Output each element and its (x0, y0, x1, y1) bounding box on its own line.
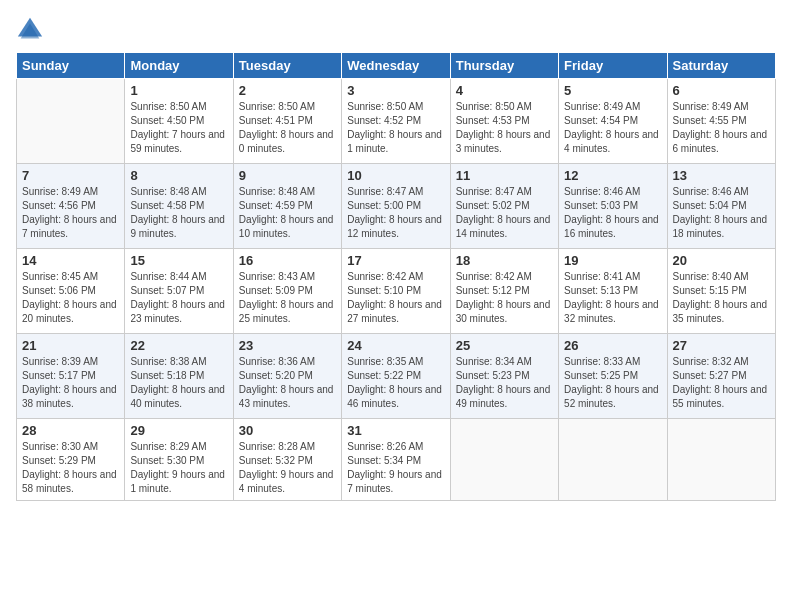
day-number: 14 (22, 253, 119, 268)
day-detail: Sunrise: 8:35 AMSunset: 5:22 PMDaylight:… (347, 355, 444, 411)
day-detail: Sunrise: 8:42 AMSunset: 5:12 PMDaylight:… (456, 270, 553, 326)
calendar-cell: 30Sunrise: 8:28 AMSunset: 5:32 PMDayligh… (233, 419, 341, 501)
day-number: 21 (22, 338, 119, 353)
day-number: 22 (130, 338, 227, 353)
calendar-header-thursday: Thursday (450, 53, 558, 79)
calendar-cell: 4Sunrise: 8:50 AMSunset: 4:53 PMDaylight… (450, 79, 558, 164)
calendar-table: SundayMondayTuesdayWednesdayThursdayFrid… (16, 52, 776, 501)
calendar-cell: 9Sunrise: 8:48 AMSunset: 4:59 PMDaylight… (233, 164, 341, 249)
day-detail: Sunrise: 8:48 AMSunset: 4:58 PMDaylight:… (130, 185, 227, 241)
calendar-cell: 1Sunrise: 8:50 AMSunset: 4:50 PMDaylight… (125, 79, 233, 164)
day-detail: Sunrise: 8:33 AMSunset: 5:25 PMDaylight:… (564, 355, 661, 411)
day-number: 28 (22, 423, 119, 438)
calendar-header-monday: Monday (125, 53, 233, 79)
day-number: 19 (564, 253, 661, 268)
day-number: 20 (673, 253, 770, 268)
calendar-cell: 14Sunrise: 8:45 AMSunset: 5:06 PMDayligh… (17, 249, 125, 334)
day-detail: Sunrise: 8:49 AMSunset: 4:54 PMDaylight:… (564, 100, 661, 156)
calendar-header-friday: Friday (559, 53, 667, 79)
calendar-header-wednesday: Wednesday (342, 53, 450, 79)
day-detail: Sunrise: 8:26 AMSunset: 5:34 PMDaylight:… (347, 440, 444, 496)
calendar-cell: 20Sunrise: 8:40 AMSunset: 5:15 PMDayligh… (667, 249, 775, 334)
calendar-cell (17, 79, 125, 164)
day-detail: Sunrise: 8:47 AMSunset: 5:02 PMDaylight:… (456, 185, 553, 241)
calendar-header-sunday: Sunday (17, 53, 125, 79)
calendar-cell: 15Sunrise: 8:44 AMSunset: 5:07 PMDayligh… (125, 249, 233, 334)
day-number: 29 (130, 423, 227, 438)
calendar-cell: 3Sunrise: 8:50 AMSunset: 4:52 PMDaylight… (342, 79, 450, 164)
day-detail: Sunrise: 8:47 AMSunset: 5:00 PMDaylight:… (347, 185, 444, 241)
day-number: 5 (564, 83, 661, 98)
calendar-week-row: 7Sunrise: 8:49 AMSunset: 4:56 PMDaylight… (17, 164, 776, 249)
day-number: 30 (239, 423, 336, 438)
calendar-cell: 19Sunrise: 8:41 AMSunset: 5:13 PMDayligh… (559, 249, 667, 334)
day-number: 12 (564, 168, 661, 183)
day-number: 3 (347, 83, 444, 98)
day-detail: Sunrise: 8:30 AMSunset: 5:29 PMDaylight:… (22, 440, 119, 496)
day-detail: Sunrise: 8:34 AMSunset: 5:23 PMDaylight:… (456, 355, 553, 411)
day-number: 10 (347, 168, 444, 183)
calendar-cell: 10Sunrise: 8:47 AMSunset: 5:00 PMDayligh… (342, 164, 450, 249)
calendar-cell: 2Sunrise: 8:50 AMSunset: 4:51 PMDaylight… (233, 79, 341, 164)
calendar-header-tuesday: Tuesday (233, 53, 341, 79)
day-number: 24 (347, 338, 444, 353)
day-detail: Sunrise: 8:43 AMSunset: 5:09 PMDaylight:… (239, 270, 336, 326)
calendar-cell: 12Sunrise: 8:46 AMSunset: 5:03 PMDayligh… (559, 164, 667, 249)
calendar-cell: 31Sunrise: 8:26 AMSunset: 5:34 PMDayligh… (342, 419, 450, 501)
day-number: 6 (673, 83, 770, 98)
day-detail: Sunrise: 8:50 AMSunset: 4:53 PMDaylight:… (456, 100, 553, 156)
day-detail: Sunrise: 8:32 AMSunset: 5:27 PMDaylight:… (673, 355, 770, 411)
day-detail: Sunrise: 8:38 AMSunset: 5:18 PMDaylight:… (130, 355, 227, 411)
day-number: 4 (456, 83, 553, 98)
calendar-cell: 5Sunrise: 8:49 AMSunset: 4:54 PMDaylight… (559, 79, 667, 164)
logo-icon (16, 16, 44, 44)
calendar-cell (559, 419, 667, 501)
day-detail: Sunrise: 8:28 AMSunset: 5:32 PMDaylight:… (239, 440, 336, 496)
calendar-cell: 27Sunrise: 8:32 AMSunset: 5:27 PMDayligh… (667, 334, 775, 419)
day-detail: Sunrise: 8:49 AMSunset: 4:55 PMDaylight:… (673, 100, 770, 156)
calendar-cell: 16Sunrise: 8:43 AMSunset: 5:09 PMDayligh… (233, 249, 341, 334)
calendar-week-row: 28Sunrise: 8:30 AMSunset: 5:29 PMDayligh… (17, 419, 776, 501)
day-number: 13 (673, 168, 770, 183)
day-number: 18 (456, 253, 553, 268)
header (16, 16, 776, 44)
day-number: 27 (673, 338, 770, 353)
calendar-cell: 29Sunrise: 8:29 AMSunset: 5:30 PMDayligh… (125, 419, 233, 501)
calendar-cell: 22Sunrise: 8:38 AMSunset: 5:18 PMDayligh… (125, 334, 233, 419)
calendar-cell: 18Sunrise: 8:42 AMSunset: 5:12 PMDayligh… (450, 249, 558, 334)
calendar-cell (450, 419, 558, 501)
day-number: 17 (347, 253, 444, 268)
day-detail: Sunrise: 8:50 AMSunset: 4:52 PMDaylight:… (347, 100, 444, 156)
day-detail: Sunrise: 8:45 AMSunset: 5:06 PMDaylight:… (22, 270, 119, 326)
day-detail: Sunrise: 8:36 AMSunset: 5:20 PMDaylight:… (239, 355, 336, 411)
calendar-cell (667, 419, 775, 501)
day-number: 8 (130, 168, 227, 183)
day-detail: Sunrise: 8:46 AMSunset: 5:03 PMDaylight:… (564, 185, 661, 241)
day-detail: Sunrise: 8:40 AMSunset: 5:15 PMDaylight:… (673, 270, 770, 326)
day-number: 11 (456, 168, 553, 183)
calendar-cell: 23Sunrise: 8:36 AMSunset: 5:20 PMDayligh… (233, 334, 341, 419)
day-detail: Sunrise: 8:41 AMSunset: 5:13 PMDaylight:… (564, 270, 661, 326)
calendar-cell: 8Sunrise: 8:48 AMSunset: 4:58 PMDaylight… (125, 164, 233, 249)
calendar-cell: 21Sunrise: 8:39 AMSunset: 5:17 PMDayligh… (17, 334, 125, 419)
calendar-cell: 11Sunrise: 8:47 AMSunset: 5:02 PMDayligh… (450, 164, 558, 249)
calendar-cell: 28Sunrise: 8:30 AMSunset: 5:29 PMDayligh… (17, 419, 125, 501)
day-detail: Sunrise: 8:46 AMSunset: 5:04 PMDaylight:… (673, 185, 770, 241)
calendar-cell: 6Sunrise: 8:49 AMSunset: 4:55 PMDaylight… (667, 79, 775, 164)
day-detail: Sunrise: 8:29 AMSunset: 5:30 PMDaylight:… (130, 440, 227, 496)
logo (16, 16, 48, 44)
calendar-cell: 24Sunrise: 8:35 AMSunset: 5:22 PMDayligh… (342, 334, 450, 419)
day-number: 16 (239, 253, 336, 268)
day-number: 9 (239, 168, 336, 183)
day-number: 15 (130, 253, 227, 268)
day-number: 7 (22, 168, 119, 183)
calendar-cell: 17Sunrise: 8:42 AMSunset: 5:10 PMDayligh… (342, 249, 450, 334)
day-number: 23 (239, 338, 336, 353)
calendar-header-row: SundayMondayTuesdayWednesdayThursdayFrid… (17, 53, 776, 79)
calendar-cell: 26Sunrise: 8:33 AMSunset: 5:25 PMDayligh… (559, 334, 667, 419)
main-container: SundayMondayTuesdayWednesdayThursdayFrid… (0, 0, 792, 612)
calendar-header-saturday: Saturday (667, 53, 775, 79)
day-detail: Sunrise: 8:50 AMSunset: 4:51 PMDaylight:… (239, 100, 336, 156)
day-number: 26 (564, 338, 661, 353)
calendar-cell: 25Sunrise: 8:34 AMSunset: 5:23 PMDayligh… (450, 334, 558, 419)
